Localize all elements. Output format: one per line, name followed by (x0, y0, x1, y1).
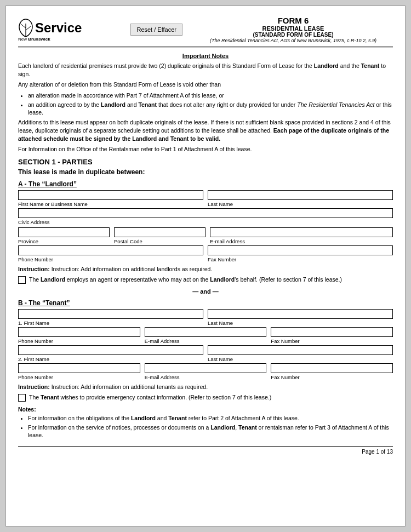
tenant-emergency-checkbox-row: The Tenant wishes to provide emergency c… (18, 393, 393, 402)
landlord-first-name-label: First Name or Business Name (18, 201, 203, 207)
tenant2-fax-label: Fax Number (271, 374, 393, 380)
landlord-fax-label: Fax Number (208, 256, 393, 262)
tenant2-last-name-field: Last Name (208, 345, 393, 362)
form-page: Service New Brunswick Reset / Effacer FO… (5, 5, 406, 527)
landlord-phone-field: Phone Number (18, 245, 203, 262)
logo-leaf-icon (18, 18, 33, 38)
form-number: FORM 6 (278, 16, 309, 25)
important-notes-section: Important Notes Each landlord of residen… (18, 53, 393, 153)
tenant1-first-name-field: 1. First Name (18, 309, 203, 326)
important-notes-title: Important Notes (18, 53, 393, 59)
page-number: Page 1 of 13 (18, 446, 393, 455)
tenant1-first-name-input[interactable] (18, 309, 203, 319)
service-label: Service (35, 20, 82, 36)
tenant1-fax-input[interactable] (271, 327, 393, 337)
tenant2-email-input[interactable] (145, 363, 267, 373)
tenant1-phone-label: Phone Number (18, 338, 140, 344)
tenant1-fax-label: Fax Number (271, 338, 393, 344)
tenant2-first-name-field: 2. First Name (18, 345, 203, 362)
landlord-phone-row: Phone Number Fax Number (18, 245, 393, 262)
landlord-phone-input[interactable] (18, 245, 203, 255)
landlord-fax-input[interactable] (208, 245, 393, 255)
notes-footer: Notes: For information on the obligation… (18, 406, 393, 439)
tenant1-fax-field: Fax Number (271, 327, 393, 344)
landlord-agent-text: The Landlord employs an agent or represe… (29, 276, 342, 284)
landlord-last-name-label: Last Name (208, 201, 393, 207)
landlord-email-field: E-mail Address (210, 227, 393, 244)
reset-button-block: Reset / Effacer (117, 24, 193, 36)
landlord-province-input[interactable] (18, 227, 110, 237)
note-p1: Each landlord of residential premises mu… (18, 62, 393, 78)
form-title-block: FORM 6 RESIDENTIAL LEASE (STANDARD FORM … (193, 16, 393, 43)
tenant2-first-name-label: 2. First Name (18, 356, 203, 362)
landlord-last-name-field: Last Name (208, 190, 393, 207)
notes-footer-list: For information on the obligations of th… (28, 414, 393, 439)
tenant2-phone-field: Phone Number (18, 363, 140, 380)
tenant1-phone-field: Phone Number (18, 327, 140, 344)
landlord-first-name-input[interactable] (18, 190, 203, 200)
bullet-item-2: an addition agreed to by the Landlord an… (28, 101, 393, 117)
note-p3: Additions to this lease must appear on b… (18, 118, 393, 142)
tenant1-last-name-input[interactable] (208, 309, 393, 319)
landlord-email-input[interactable] (210, 227, 393, 237)
tenant2-email-label: E-mail Address (145, 374, 267, 380)
landlord-last-name-input[interactable] (208, 190, 393, 200)
landlord-postal-code-label: Postal Code (114, 238, 206, 244)
landlord-first-name-field: First Name or Business Name (18, 190, 203, 207)
tenant2-last-name-label: Last Name (208, 356, 393, 362)
landlord-province-label: Province (18, 238, 110, 244)
tenant1-name-row: 1. First Name Last Name (18, 309, 393, 326)
notes-bullet-1: For information on the obligations of th… (28, 414, 393, 422)
section1-title: SECTION 1 - PARTIES (18, 158, 393, 166)
header: Service New Brunswick Reset / Effacer FO… (18, 16, 393, 48)
landlord-postal-code-input[interactable] (114, 227, 206, 237)
notes-bullet-2: For information on the service of notice… (28, 424, 393, 439)
tenant-instruction: Instruction: Instruction: Add informatio… (18, 384, 393, 390)
tenant2-contact-row: Phone Number E-mail Address Fax Number (18, 363, 393, 380)
tenant1-email-input[interactable] (145, 327, 267, 337)
landlord-instruction: Instruction: Instruction: Add informatio… (18, 266, 393, 272)
tenant-title: B - The “Tenant” (18, 299, 393, 307)
tenant1-contact-row: Phone Number E-mail Address Fax Number (18, 327, 393, 344)
landlord-title: A - The “Landlord” (18, 180, 393, 188)
landlord-postal-code-field: Postal Code (114, 227, 206, 244)
tenant2-phone-input[interactable] (18, 363, 140, 373)
form-title-sub: (STANDARD FORM OF LEASE) (253, 32, 333, 38)
landlord-block: A - The “Landlord” First Name or Busines… (18, 180, 393, 284)
tenant1-first-name-label: 1. First Name (18, 320, 203, 326)
section1-subtitle: This lease is made in duplicate between: (18, 168, 393, 176)
landlord-agent-checkbox-row: The Landlord employs an agent or represe… (18, 276, 393, 284)
form-title-act: (The Residential Tenancies Act, Acts of … (210, 38, 376, 43)
and-divider: — and — (18, 288, 393, 295)
landlord-name-row: First Name or Business Name Last Name (18, 190, 393, 207)
tenant-emergency-checkbox[interactable] (18, 394, 26, 402)
note-p2: Any alteration of or deletion from this … (18, 81, 393, 89)
reset-button[interactable]: Reset / Effacer (130, 24, 182, 36)
logo-service-text: Service (18, 18, 82, 38)
landlord-phone-label: Phone Number (18, 256, 203, 262)
landlord-email-label: E-mail Address (210, 238, 393, 244)
tenant1-phone-input[interactable] (18, 327, 140, 337)
tenant2-name-row: 2. First Name Last Name (18, 345, 393, 362)
note-bullets: an alteration made in accordance with Pa… (28, 91, 393, 117)
logo-block: Service New Brunswick (18, 18, 117, 42)
tenant2-email-field: E-mail Address (145, 363, 267, 380)
bullet-item-1: an alteration made in accordance with Pa… (28, 91, 393, 100)
tenant2-last-name-input[interactable] (208, 345, 393, 355)
tenant2-fax-field: Fax Number (271, 363, 393, 380)
landlord-address2-row: Province Postal Code E-mail Address (18, 227, 393, 244)
landlord-civic-address-label: Civic Address (18, 219, 393, 225)
tenant-emergency-text: The Tenant wishes to provide emergency c… (29, 393, 271, 402)
note-p4: For Information on the Office of the Ren… (18, 145, 393, 153)
tenant2-first-name-input[interactable] (18, 345, 203, 355)
section1: SECTION 1 - PARTIES This lease is made i… (18, 158, 393, 402)
tenant2-fax-input[interactable] (271, 363, 393, 373)
tenant-block: B - The “Tenant” 1. First Name Last Name… (18, 299, 393, 402)
tenant1-email-label: E-mail Address (145, 338, 267, 344)
landlord-agent-checkbox[interactable] (18, 276, 26, 284)
landlord-civic-address-input[interactable] (18, 208, 393, 218)
tenant1-email-field: E-mail Address (145, 327, 267, 344)
tenant1-last-name-label: Last Name (208, 320, 393, 326)
tenant2-phone-label: Phone Number (18, 374, 140, 380)
notes-footer-title: Notes: (18, 406, 393, 413)
